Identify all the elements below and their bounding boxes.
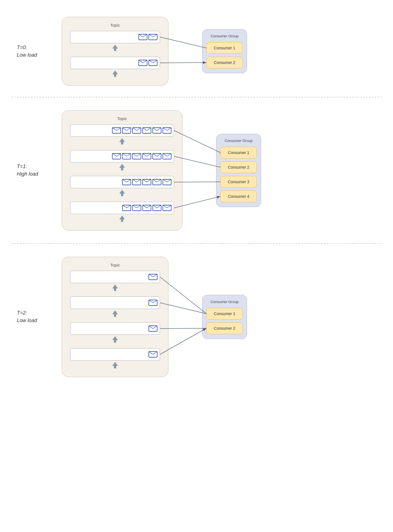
envelope-icon (122, 127, 131, 134)
svg-line-97 (149, 300, 153, 303)
svg-line-12 (153, 60, 157, 63)
svg-marker-13 (112, 70, 118, 77)
up-arrow-icon (111, 335, 119, 344)
consumer-box-0: Consumer 1 (206, 42, 243, 54)
svg-line-76 (137, 205, 141, 208)
consumer-box-0: Consumer 1 (206, 308, 243, 320)
topic-label: Topic (68, 263, 163, 267)
svg-line-19 (116, 128, 121, 130)
consumer-group-box: Consumer GroupConsumer 1Consumer 2Consum… (216, 134, 261, 207)
svg-line-9 (143, 60, 147, 63)
up-arrow-icon (118, 163, 126, 172)
topic-label: Topic (68, 23, 163, 27)
partition-row-2 (68, 322, 163, 346)
partition-row-0 (68, 31, 163, 54)
svg-marker-54 (119, 164, 125, 170)
consumer-box-1: Consumer 2 (206, 322, 243, 334)
envelope-icon (112, 127, 121, 134)
svg-line-41 (127, 153, 131, 156)
diagram-section-2: T=2:Low loadTopicConsumer GroupConsumer … (0, 244, 393, 390)
svg-line-78 (143, 205, 147, 208)
svg-line-82 (157, 205, 161, 208)
envelope-icon (152, 205, 161, 211)
svg-marker-99 (112, 310, 118, 317)
envelope-icon (132, 153, 141, 159)
svg-line-4 (149, 34, 153, 37)
consumer-box-3: Consumer 4 (220, 191, 257, 202)
partition-1 (70, 57, 160, 69)
envelope-icon (148, 300, 157, 306)
consumer-group-box: Consumer GroupConsumer 1Consumer 2 (202, 295, 247, 339)
envelope-icon (152, 179, 161, 185)
consumer-box-1: Consumer 2 (206, 57, 243, 68)
svg-line-38 (116, 153, 121, 156)
svg-line-52 (163, 153, 167, 156)
partition-2 (70, 322, 160, 335)
svg-line-65 (153, 179, 157, 182)
svg-line-106 (153, 352, 157, 354)
svg-line-1 (139, 34, 143, 37)
svg-line-44 (137, 153, 141, 156)
svg-line-21 (122, 128, 127, 130)
svg-line-101 (149, 326, 153, 329)
consumer-group-box: Consumer GroupConsumer 1Consumer 2 (202, 29, 247, 73)
svg-line-31 (157, 128, 161, 130)
envelope-icon (163, 179, 172, 185)
svg-marker-35 (119, 138, 125, 145)
up-arrow-icon (111, 309, 119, 318)
envelope-icon (152, 127, 161, 134)
svg-line-37 (112, 153, 116, 156)
envelope-icon (148, 34, 157, 40)
svg-line-28 (147, 128, 151, 130)
svg-line-98 (153, 300, 157, 303)
svg-line-47 (147, 153, 151, 156)
envelope-icon (122, 153, 131, 159)
svg-marker-95 (112, 285, 118, 291)
envelope-icon (112, 153, 121, 159)
svg-line-102 (153, 326, 157, 329)
svg-line-63 (147, 179, 151, 182)
svg-marker-103 (112, 336, 118, 343)
svg-line-34 (167, 128, 171, 130)
consumer-box-2: Consumer 3 (220, 176, 257, 188)
partition-1 (70, 297, 160, 309)
svg-marker-6 (112, 45, 118, 51)
svg-line-53 (167, 153, 171, 156)
envelope-icon (142, 205, 151, 211)
partition-3 (70, 348, 160, 361)
svg-line-57 (127, 179, 131, 182)
svg-line-5 (153, 34, 157, 37)
envelope-icon (138, 34, 147, 40)
envelope-icon (148, 60, 157, 66)
envelope-icon (152, 153, 161, 159)
topic-box: Topic (62, 17, 168, 86)
envelope-icon (148, 325, 157, 332)
partition-2 (70, 176, 174, 188)
envelope-icon (132, 179, 141, 185)
svg-line-79 (147, 205, 151, 208)
svg-line-94 (153, 274, 157, 277)
svg-line-18 (112, 128, 116, 130)
section-label: T=1:High load (17, 163, 56, 178)
partition-row-2 (68, 176, 177, 200)
envelope-icon (122, 205, 131, 211)
envelope-icon (122, 179, 131, 185)
svg-line-105 (149, 352, 153, 354)
partition-3 (70, 202, 174, 214)
svg-line-60 (137, 179, 141, 182)
consumer-group-label: Consumer Group (220, 139, 257, 143)
diagram-section-0: T=0:Low loadTopicConsumer GroupConsumer … (0, 6, 393, 97)
svg-line-84 (163, 205, 167, 208)
consumer-box-1: Consumer 2 (220, 161, 257, 173)
partition-0 (70, 31, 160, 43)
envelope-icon (142, 179, 151, 185)
envelope-icon (138, 60, 147, 66)
up-arrow-icon (118, 215, 126, 224)
partition-0 (70, 124, 174, 137)
svg-line-27 (143, 128, 147, 130)
up-arrow-icon (111, 284, 119, 293)
partition-row-0 (68, 271, 163, 294)
svg-line-8 (139, 60, 143, 63)
svg-line-24 (132, 128, 137, 130)
svg-line-85 (167, 205, 171, 208)
